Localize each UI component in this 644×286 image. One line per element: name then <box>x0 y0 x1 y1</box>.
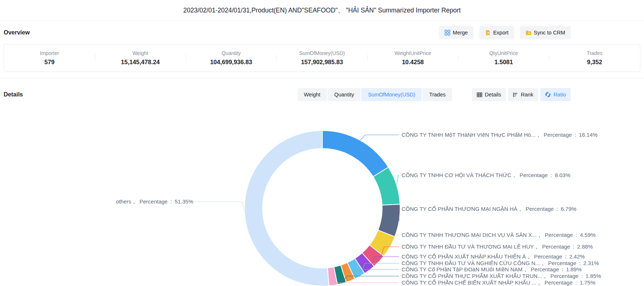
pie-label-line <box>195 202 245 212</box>
pie-label: CÔNG TY TNHH ĐẦU TƯ VÀ THƯƠNG MẠI LÊ HUY… <box>402 243 593 250</box>
pie-label: CÔNG TY CỔ PHẦN CHẾ BIẾN XUẤT NHẬP KHẨU … <box>402 279 595 286</box>
pie-label: CÔNG TY CỔ PHẦN THỰC PHẨM XUẤT KHẨU TRUN… <box>402 273 601 280</box>
pie-label: others， Percentage : 51.35% <box>116 198 193 205</box>
pie-label: CÔNG TY CỔ PHẦN THƯƠNG MẠI NGÂN HÀ， Perc… <box>402 206 577 213</box>
pie-label-line <box>396 175 399 185</box>
pie-label: CÔNG TY TNHH CƠ HỘI VÀ THÁCH THỨC， Perce… <box>402 172 570 179</box>
pie-label: CÔNG TY Cổ PHầN TậP ĐOàN MUốI MIềN NAM， … <box>402 266 582 273</box>
pie-slice[interactable] <box>245 131 329 286</box>
importer-ratio-pie-chart: CÔNG TY TNHH MộT THàNH VIêN THựC PHẩM Hò… <box>0 0 644 286</box>
pie-label: CÔNG TY CỔ PHẦN XUẤT NHẬP KHẨU THIÊN Á， … <box>402 253 585 260</box>
pie-label: CÔNG TY TNHH MộT THàNH VIêN THựC PHẩM Hò… <box>402 132 597 139</box>
pie-label-line <box>360 135 399 140</box>
pie-slice[interactable] <box>322 131 388 177</box>
pie-label: CÔNG TY TNHH THƯƠNG MẠI DỊCH VỤ VÀ SẢN X… <box>402 232 596 239</box>
